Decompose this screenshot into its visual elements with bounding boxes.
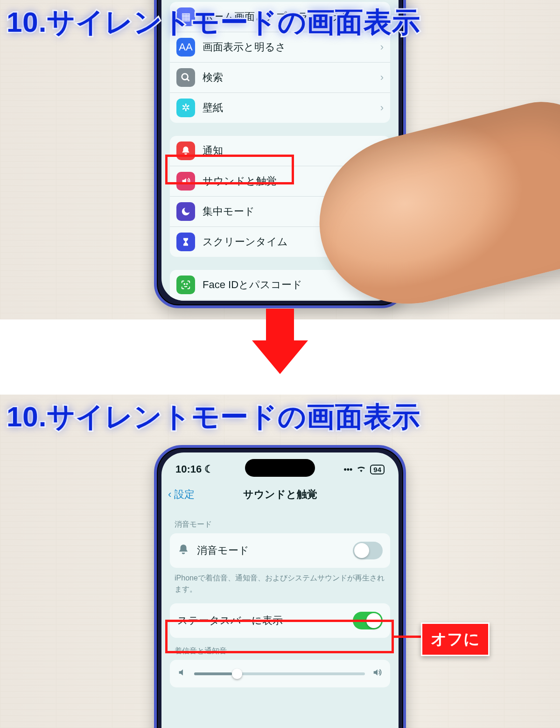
- silent-mode-toggle[interactable]: [353, 542, 383, 559]
- ringer-volume-row[interactable]: [170, 660, 390, 687]
- moon-status-icon: ☾: [204, 463, 214, 475]
- nav-title: サウンドと触覚: [243, 488, 317, 502]
- nav-bar: ‹ 設定 サウンドと触覚: [161, 482, 399, 507]
- panel-sounds-screen: 10.サイレントモードの画面表示 10:16 ☾ ••• 94: [0, 395, 560, 728]
- step-arrow-area: [0, 319, 560, 395]
- arrow-down-icon: [252, 340, 308, 374]
- bell-icon: [176, 141, 195, 160]
- cell-label: ステータスバーに表示: [177, 614, 345, 628]
- cell-label: 消音モード: [197, 544, 345, 558]
- bell-fill-icon: [177, 544, 189, 558]
- row-label: 通知: [203, 144, 373, 158]
- status-bar: 10:16 ☾ ••• 94: [161, 460, 399, 479]
- toggle-knob: [366, 613, 381, 628]
- clock-text: 10:16: [175, 463, 202, 475]
- panel-settings-list: 10.サイレントモードの画面表示 ▦ ホーム画面とアプリライブラリ › AA 画…: [0, 0, 560, 319]
- sounds-body[interactable]: 消音モード 消音モード iPhoneで着信音、通知音、およびシステムサウンドが再…: [161, 511, 399, 697]
- toggle-knob: [354, 543, 369, 558]
- wallpaper-icon: ✲: [176, 99, 195, 117]
- row-label: 壁紙: [203, 101, 373, 115]
- volume-fill: [194, 672, 232, 675]
- battery-badge: 94: [370, 465, 385, 474]
- statusbar-toggle[interactable]: [353, 612, 383, 629]
- wifi-icon: [356, 465, 366, 474]
- back-label: 設定: [174, 488, 195, 500]
- section-footer-silent: iPhoneで着信音、通知音、およびシステムサウンドが再生されます。: [170, 568, 390, 597]
- chevron-left-icon: ‹: [168, 488, 174, 500]
- back-button[interactable]: ‹ 設定: [168, 488, 195, 502]
- svg-point-0: [182, 74, 188, 80]
- status-right: ••• 94: [343, 465, 385, 474]
- phone-screen-bottom: 10:16 ☾ ••• 94 ‹ 設定 サウンドと触覚 消音モード: [161, 452, 399, 728]
- svg-point-2: [184, 283, 185, 284]
- speaker-low-icon: [177, 667, 188, 680]
- section-header-silent: 消音モード: [170, 511, 390, 533]
- row-search[interactable]: 検索 ›: [170, 62, 390, 92]
- volume-thumb[interactable]: [232, 669, 242, 679]
- annotation-connector: [394, 636, 422, 638]
- svg-point-3: [187, 283, 188, 284]
- chevron-right-icon: ›: [380, 102, 384, 114]
- search-icon: [176, 68, 195, 87]
- row-silent-mode[interactable]: 消音モード: [170, 533, 390, 568]
- chevron-right-icon: ›: [380, 41, 384, 53]
- row-label: 検索: [203, 71, 373, 85]
- faceid-icon: [176, 276, 195, 294]
- caption-bottom: 10.サイレントモードの画面表示: [7, 398, 420, 436]
- row-label: 画面表示と明るさ: [203, 40, 373, 54]
- speaker-high-icon: [371, 667, 383, 680]
- status-time: 10:16 ☾: [175, 463, 214, 475]
- section-header-ringer: 着信音と通知音: [170, 638, 390, 660]
- volume-slider-track[interactable]: [194, 672, 365, 675]
- caption-top: 10.サイレントモードの画面表示: [7, 4, 420, 42]
- speaker-icon: [176, 172, 195, 191]
- annotation-off-label: オフに: [421, 622, 490, 656]
- svg-line-1: [187, 79, 189, 81]
- row-show-in-statusbar[interactable]: ステータスバーに表示: [170, 603, 390, 638]
- phone-frame-bottom: 10:16 ☾ ••• 94 ‹ 設定 サウンドと触覚 消音モード: [154, 445, 406, 728]
- hourglass-icon: [176, 233, 195, 251]
- cellular-dots-icon: •••: [343, 465, 352, 474]
- row-sos[interactable]: SOS 緊急SOS ›: [170, 300, 390, 301]
- row-wallpaper[interactable]: ✲ 壁紙 ›: [170, 92, 390, 123]
- chevron-right-icon: ›: [380, 71, 384, 84]
- moon-icon: [176, 202, 195, 221]
